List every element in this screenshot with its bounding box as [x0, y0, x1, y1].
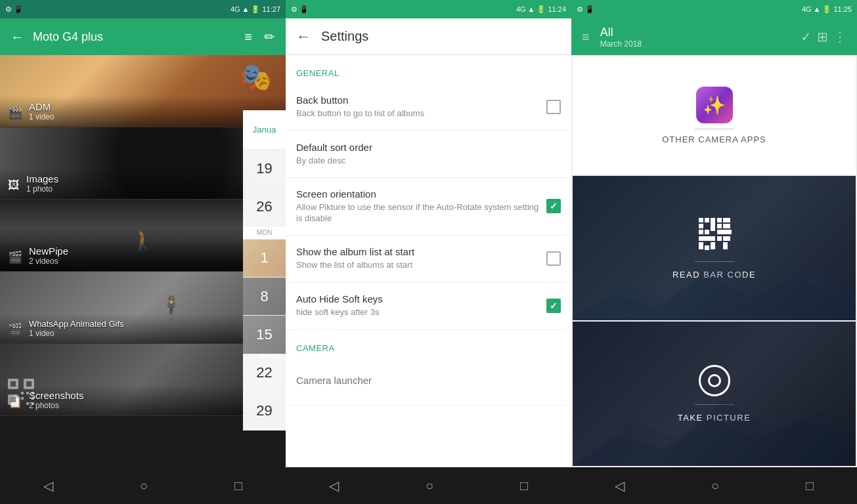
svg-rect-26 — [705, 245, 709, 250]
cal-date-15: 15 — [243, 316, 286, 354]
setting-back-button-checkbox[interactable] — [546, 100, 561, 114]
panel-camera: ⚙ 📱 4G ▲ 🔋 11:25 ≡ All March 2018 ✓ ⊞ ⋮ — [571, 0, 857, 504]
status-right-3: 4G ▲ 🔋 11:25 — [802, 5, 852, 14]
album-count-screenshots: 2 photos — [29, 401, 278, 410]
svg-rect-17 — [711, 218, 715, 231]
signal-icon: ▲ — [242, 5, 250, 13]
notification-icon: 📱 — [14, 5, 23, 14]
network-label-3: 4G — [802, 5, 812, 13]
cal-date-22: 22 — [243, 354, 286, 392]
setting-album-list-text: Show the album list at start Show the li… — [296, 246, 546, 271]
svg-rect-11 — [32, 397, 34, 400]
svg-rect-9 — [21, 397, 24, 400]
settings-back-button[interactable]: ← — [296, 28, 311, 45]
setting-back-button-text: Back button Back button to go to list of… — [296, 94, 546, 119]
album-name-whatsapp: WhatsApp Animated Gifs — [29, 319, 278, 329]
album-name-screenshots: Screenshots — [29, 390, 278, 401]
status-right-icons: 4G ▲ 🔋 11:27 — [231, 5, 280, 14]
settings-title: Settings — [321, 29, 368, 44]
setting-soft-keys-checkbox[interactable] — [546, 299, 561, 313]
camera-card[interactable]: TAKE PICTURE — [573, 322, 856, 466]
time-label: 11:27 — [262, 5, 280, 13]
filter-icon[interactable]: ≡ — [242, 27, 255, 47]
section-general: GENERAL — [286, 55, 571, 83]
svg-rect-28 — [711, 242, 715, 249]
home-nav-3[interactable]: ○ — [711, 478, 719, 494]
cal-date-26: 26 — [243, 188, 286, 226]
status-left-3: ⚙ 📱 — [577, 5, 594, 14]
camera-take-picture-icon — [699, 365, 730, 396]
cal-date-1: 1 — [243, 240, 286, 278]
menu-icon-3[interactable]: ≡ — [579, 27, 592, 47]
back-icon[interactable]: ← — [8, 27, 26, 47]
svg-rect-1 — [11, 381, 16, 387]
check-icon-3[interactable]: ✓ — [798, 26, 814, 47]
status-bar-2: ⚙ 📱 4G ▲ 🔋 11:24 — [286, 0, 571, 18]
home-nav-1[interactable]: ○ — [140, 478, 148, 494]
back-nav-2[interactable]: ◁ — [329, 478, 339, 494]
photo-icon-images: 🖼 — [8, 178, 20, 192]
other-camera-card[interactable]: ✨ OTHER CAMERA APPS — [573, 56, 856, 175]
svg-rect-24 — [699, 236, 712, 241]
notif-icon-3: 📱 — [585, 5, 594, 14]
svg-rect-6 — [21, 392, 24, 394]
svg-rect-3 — [26, 381, 32, 387]
recent-nav-1[interactable]: □ — [234, 478, 242, 494]
status-bar-1: ⚙ 📱 4G ▲ 🔋 11:27 — [0, 0, 286, 18]
nav-bar-2: ◁ ○ □ — [286, 467, 571, 504]
panel-settings: ⚙ 📱 4G ▲ 🔋 11:24 ← Settings GENERAL Back… — [286, 0, 571, 504]
status-bar-3: ⚙ 📱 4G ▲ 🔋 11:25 — [571, 0, 857, 18]
android-icon: ⚙ — [5, 5, 12, 14]
svg-rect-25 — [699, 242, 703, 249]
setting-camera-launcher[interactable]: Camera launcher — [286, 358, 571, 406]
svg-rect-13 — [699, 218, 703, 222]
more-icon-3[interactable]: ⋮ — [831, 26, 849, 47]
setting-orientation-subtitle: Allow Pikture to use the sensor if the A… — [296, 202, 546, 224]
calendar-strip: Janua 19 26 MON 1 8 15 22 29 — [243, 110, 286, 430]
svg-rect-10 — [26, 402, 29, 405]
camera-lens-icon — [708, 374, 721, 387]
setting-orientation[interactable]: Screen orientation Allow Pikture to use … — [286, 178, 571, 236]
svg-rect-23 — [717, 230, 732, 234]
home-nav-2[interactable]: ○ — [426, 478, 433, 494]
album-count-newpipe: 2 videos — [29, 257, 278, 266]
setting-orientation-text: Screen orientation Allow Pikture to use … — [296, 188, 546, 224]
svg-rect-31 — [723, 242, 728, 249]
setting-album-list-title: Show the album list at start — [296, 246, 546, 257]
video-icon-adm: 🎬 — [8, 106, 22, 120]
setting-sort-title: Default sort order — [296, 142, 561, 153]
panel3-toolbar-row: ≡ All March 2018 ✓ ⊞ ⋮ — [571, 18, 857, 55]
svg-rect-21 — [723, 224, 730, 228]
recent-nav-2[interactable]: □ — [520, 478, 528, 494]
camera-app-icon: ✨ — [696, 87, 733, 123]
setting-back-button[interactable]: Back button Back button to go to list of… — [286, 83, 571, 131]
battery-icon: 🔋 — [251, 5, 260, 14]
barcode-icon — [697, 217, 732, 253]
svg-rect-19 — [717, 218, 722, 222]
setting-album-list[interactable]: Show the album list at start Show the li… — [286, 236, 571, 283]
svg-rect-30 — [723, 236, 730, 241]
setting-orientation-checkbox[interactable] — [546, 199, 561, 213]
panel3-title-area: All March 2018 — [600, 26, 798, 49]
svg-rect-12 — [32, 402, 34, 405]
grid-icon-3[interactable]: ⊞ — [814, 26, 831, 47]
cal-date-19: 19 — [243, 150, 286, 188]
status-left-icons: ⚙ 📱 — [5, 5, 23, 14]
edit-icon[interactable]: ✏ — [261, 26, 278, 47]
setting-sort-order[interactable]: Default sort order By date desc — [286, 131, 571, 178]
album-text-adm: ADM 1 video — [29, 101, 278, 121]
svg-rect-29 — [717, 236, 722, 241]
album-count-adm: 1 video — [29, 112, 278, 121]
album-text-screenshots: Screenshots 2 photos — [29, 390, 278, 410]
setting-soft-keys[interactable]: Auto Hide Soft keys hide soft keys after… — [286, 283, 571, 330]
back-nav-3[interactable]: ◁ — [615, 478, 625, 494]
svg-rect-14 — [699, 224, 703, 228]
setting-camera-launcher-text: Camera launcher — [296, 375, 561, 388]
back-nav-1[interactable]: ◁ — [43, 478, 53, 494]
recent-nav-3[interactable]: □ — [806, 478, 814, 494]
setting-album-list-checkbox[interactable] — [546, 251, 561, 266]
android-icon-2: ⚙ — [291, 5, 297, 14]
barcode-card[interactable]: READ BAR CODE — [573, 176, 856, 320]
cal-month: Janua — [243, 110, 286, 150]
cal-date-8: 8 — [243, 278, 286, 316]
